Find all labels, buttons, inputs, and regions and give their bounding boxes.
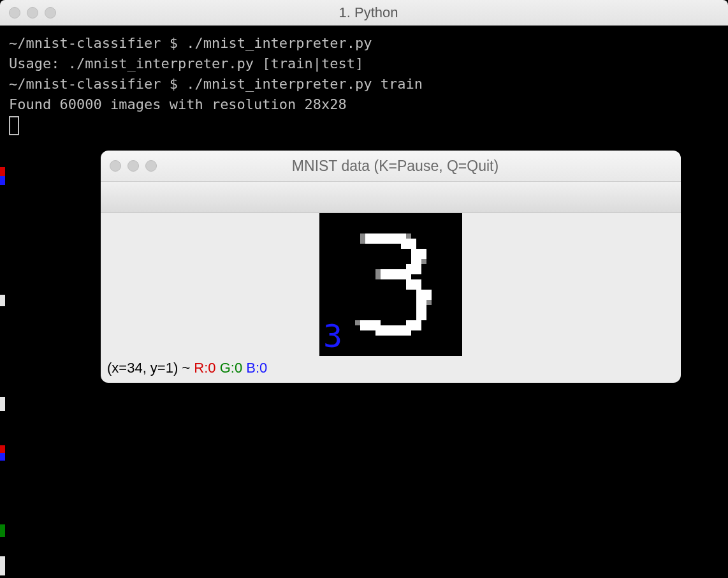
svg-rect-15: [375, 269, 381, 279]
svg-rect-2: [401, 239, 416, 249]
svg-rect-6: [406, 279, 421, 290]
minimize-icon[interactable]: [127, 160, 139, 172]
close-icon[interactable]: [9, 7, 20, 19]
window-controls: [9, 7, 56, 19]
svg-rect-5: [381, 269, 411, 279]
terminal-window: 1. Python ~/mnist-classifier $ ./mnist_i…: [0, 0, 728, 578]
svg-rect-12: [360, 233, 365, 244]
terminal-titlebar[interactable]: 1. Python: [0, 0, 728, 26]
pixel-status-bar: (x=34, y=1) ~ R:0 G:0 B:0: [101, 356, 681, 383]
pixel-g-value: G:0: [220, 360, 242, 376]
mnist-viewer-window: MNIST data (K=Pause, Q=Quit): [101, 151, 681, 383]
minimize-icon[interactable]: [27, 7, 38, 19]
svg-rect-11: [360, 320, 381, 330]
svg-rect-16: [426, 300, 432, 305]
prompt-path: ~/mnist-classifier: [9, 35, 161, 51]
prompt-symbol: $: [170, 35, 178, 51]
svg-rect-8: [416, 305, 426, 320]
command-1: ./mnist_interpreter.py: [186, 35, 372, 51]
command-2: ./mnist_interpreter.py train: [186, 76, 423, 92]
svg-rect-10: [375, 325, 411, 336]
prompt-path-2: ~/mnist-classifier: [9, 76, 161, 92]
svg-rect-14: [421, 259, 426, 264]
output-2: Found 60000 images with resolution 28x28: [9, 96, 347, 112]
svg-rect-13: [406, 233, 411, 239]
pixel-b-value: B:0: [246, 360, 267, 376]
mnist-window-controls: [110, 160, 157, 172]
close-icon[interactable]: [110, 160, 121, 172]
zoom-icon[interactable]: [45, 7, 56, 19]
output-1: Usage: ./mnist_interpreter.py [train|tes…: [9, 56, 363, 71]
prompt-symbol-2: $: [170, 76, 178, 92]
pixel-coords: (x=34, y=1) ~: [107, 360, 194, 376]
digit-class-label: 3: [323, 318, 342, 355]
pixel-r-value: R:0: [194, 360, 215, 376]
svg-rect-17: [355, 320, 360, 325]
background-window-sliver: [0, 167, 6, 575]
mnist-image-area: 3 (x=34, y=1) ~ R:0 G:0 B:0: [101, 213, 681, 383]
svg-rect-1: [365, 233, 406, 244]
mnist-toolbar: [101, 182, 681, 213]
mnist-titlebar[interactable]: MNIST data (K=Pause, Q=Quit): [101, 151, 681, 182]
terminal-title: 1. Python: [56, 4, 681, 21]
mnist-window-title: MNIST data (K=Pause, Q=Quit): [157, 158, 634, 175]
terminal-cursor: [9, 116, 19, 135]
zoom-icon[interactable]: [145, 160, 157, 172]
